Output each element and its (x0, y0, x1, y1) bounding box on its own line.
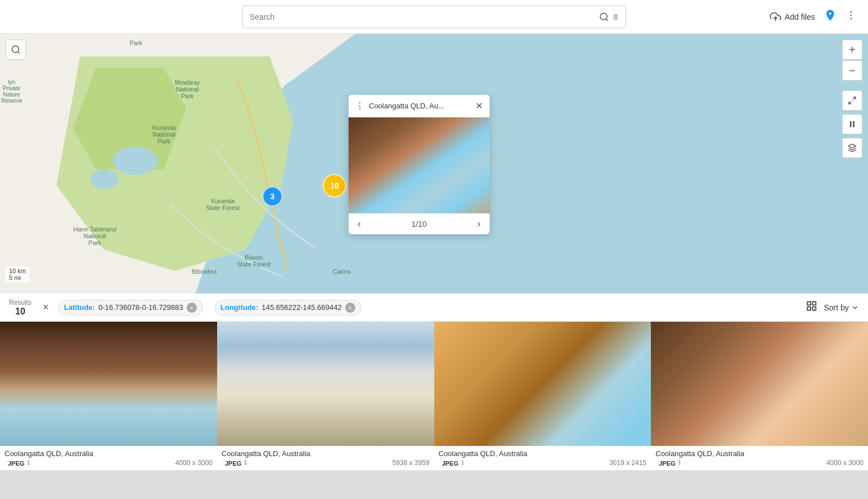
clear-filters-button[interactable]: × (43, 301, 49, 313)
results-bar: Results 10 × Latitude: 0-16.736078-0-16.… (0, 294, 868, 322)
svg-rect-16 (850, 121, 852, 128)
gallery-info-4: Coolangatta QLD, Australia 3.99 MB 4000 … (651, 446, 868, 470)
results-count-block: Results 10 (9, 299, 32, 317)
search-input[interactable] (250, 12, 599, 21)
popup-prev-button[interactable]: ‹ (358, 218, 361, 230)
gallery-badge-4: JPEG (655, 459, 678, 468)
svg-rect-22 (812, 307, 816, 310)
upload-icon (770, 11, 781, 23)
map-scale-mi: 5 mi (9, 274, 26, 281)
water-body-2 (90, 169, 118, 189)
popup-close-button[interactable]: ✕ (475, 100, 483, 111)
gallery-item[interactable]: JPEG Coolangatta QLD, Australia 2.68 MB … (217, 322, 434, 499)
results-label: Results (9, 299, 32, 307)
header-actions: Add files (770, 9, 857, 24)
sort-label: Sort by (824, 303, 849, 312)
map-zoom-out-button[interactable]: − (842, 60, 862, 81)
svg-rect-17 (853, 121, 854, 128)
popup-title: Coolangatta QLD, Au... (369, 102, 471, 110)
map-popup: ⋮ Coolangatta QLD, Au... ✕ ‹ 1/10 › (349, 95, 490, 234)
gallery-meta-2: 2.68 MB 5938 x 3959 (222, 459, 430, 467)
longitude-clear-button[interactable]: × (345, 303, 355, 313)
gallery-item[interactable]: JPEG Coolangatta QLD, Australia 3.99 MB … (651, 322, 868, 499)
gallery-item[interactable]: JPEG Coolangatta QLD, Australia 3.47 MB … (0, 322, 217, 499)
grid-icon (806, 300, 817, 312)
map-right-controls (842, 90, 862, 158)
sort-chevron-icon (851, 304, 859, 312)
popup-image-preview (349, 117, 490, 213)
map-zoom-in-button[interactable]: + (842, 40, 862, 60)
water-body-1 (113, 147, 158, 175)
grid-toggle-button[interactable] (806, 300, 817, 314)
svg-rect-21 (807, 307, 810, 310)
latitude-clear-button[interactable]: × (187, 303, 197, 313)
map-scale-km: 10 km (9, 268, 26, 274)
latitude-value: 0-16.736078-0-16.729883 (98, 303, 183, 312)
gallery-badge-3: JPEG (439, 459, 462, 468)
gallery-badge-2: JPEG (222, 459, 245, 468)
gallery-meta-3: 1.51 MB 3019 x 2415 (439, 459, 647, 467)
svg-point-10 (851, 15, 852, 16)
svg-rect-19 (807, 302, 810, 305)
gallery-item[interactable]: JPEG Coolangatta QLD, Australia 1.51 MB … (434, 322, 651, 499)
map-search-button[interactable] (6, 40, 26, 60)
add-files-button[interactable]: Add files (770, 11, 815, 23)
svg-point-9 (851, 11, 852, 13)
results-count: 10 (15, 307, 25, 317)
map-pause-button[interactable] (842, 114, 862, 134)
gallery-badge-1: JPEG (5, 459, 28, 468)
gallery-dimensions-3: 3019 x 2415 (609, 459, 646, 467)
map-expand-button[interactable] (842, 90, 862, 111)
gallery-location-4: Coolangatta QLD, Australia (655, 449, 863, 458)
longitude-filter-chip: Longitude: 145.656222-145.669442 × (214, 300, 362, 316)
popup-next-button[interactable]: › (477, 218, 481, 230)
sort-button[interactable]: Sort by (824, 303, 859, 312)
popup-more-button[interactable]: ⋮ (355, 100, 364, 111)
gallery-image-4 (651, 322, 868, 446)
map-label-cairns: Cairns (333, 268, 351, 275)
gallery: JPEG Coolangatta QLD, Australia 3.47 MB … (0, 322, 868, 499)
gallery-image-2 (217, 322, 434, 446)
more-options-button[interactable] (845, 10, 857, 24)
svg-line-14 (853, 97, 856, 100)
svg-line-15 (849, 101, 852, 104)
svg-rect-20 (812, 302, 816, 305)
svg-point-11 (851, 18, 852, 20)
map-zoom-controls: + − (842, 40, 862, 81)
map-layers-button[interactable] (842, 138, 862, 158)
longitude-value: 145.656222-145.669442 (262, 303, 342, 312)
gallery-location-3: Coolangatta QLD, Australia (439, 449, 647, 458)
gallery-meta-1: 3.47 MB 4000 x 3000 (5, 459, 213, 467)
svg-line-1 (606, 19, 607, 20)
map-scale: 10 km 5 mi (6, 266, 29, 282)
gallery-info-2: Coolangatta QLD, Australia 2.68 MB 5938 … (217, 446, 434, 470)
search-bar[interactable] (243, 6, 626, 28)
cluster-marker-yellow[interactable]: 10 (323, 174, 346, 198)
longitude-label: Longitude: (221, 303, 258, 312)
header: Add files (0, 0, 868, 34)
gallery-dimensions-1: 4000 x 3000 (175, 459, 213, 467)
svg-marker-18 (848, 144, 856, 148)
search-icon-button[interactable] (599, 12, 619, 22)
location-button[interactable] (824, 9, 836, 24)
map-label-bilwon: Bilwon State Forest (237, 254, 271, 268)
svg-point-0 (600, 13, 607, 20)
latitude-label: Latitude: (64, 303, 95, 312)
gallery-location-1: Coolangatta QLD, Australia (5, 449, 213, 458)
gallery-info-3: Coolangatta QLD, Australia 1.51 MB 3019 … (434, 446, 651, 470)
gallery-dimensions-2: 5938 x 3959 (392, 459, 429, 467)
popup-image (349, 117, 490, 213)
gallery-location-2: Coolangatta QLD, Australia (222, 449, 430, 458)
gallery-image-3 (434, 322, 651, 446)
gallery-info-1: Coolangatta QLD, Australia 3.47 MB 4000 … (0, 446, 217, 470)
gallery-image-1 (0, 322, 217, 446)
popup-navigation: ‹ 1/10 › (349, 213, 490, 234)
cluster-marker-blue[interactable]: 3 (262, 186, 283, 207)
popup-counter: 1/10 (411, 220, 426, 229)
map-container[interactable]: Park Mowbray National Park Kuranda Natio… (0, 34, 868, 294)
gallery-meta-4: 3.99 MB 4000 x 3000 (655, 459, 863, 467)
latitude-filter-chip: Latitude: 0-16.736078-0-16.729883 × (58, 300, 203, 316)
svg-point-12 (12, 46, 19, 52)
svg-line-13 (17, 51, 19, 53)
popup-header: ⋮ Coolangatta QLD, Au... ✕ (349, 95, 490, 117)
